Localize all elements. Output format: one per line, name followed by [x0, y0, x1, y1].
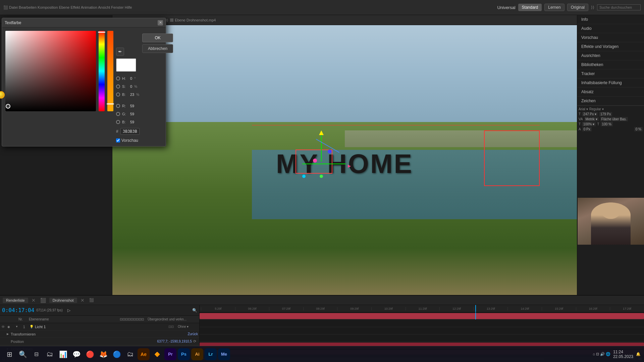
layer-1-transform-expand[interactable]: ▶ — [7, 333, 9, 336]
saturation-row: S: 0 % — [116, 83, 140, 90]
scale-v-value: 100 % — [601, 122, 613, 126]
renderliste-icon: ⬛ — [40, 298, 46, 303]
taskbar-icon2[interactable]: 📊 — [57, 348, 69, 360]
workspace-controls: Universal Standard Lernen Original ⟩⟩ — [497, 4, 641, 11]
eyedropper-button[interactable]: ✒ — [116, 48, 124, 56]
col-switches: ⊡⊡⊡⊡⊡⊡⊡⊡⊡ — [120, 317, 147, 321]
layer-1-eye[interactable]: 👁 — [1, 325, 6, 329]
timeline-timecode[interactable]: 0:04:17:04 — [2, 307, 34, 313]
taskbar-icon5[interactable]: 🗂 — [124, 348, 136, 360]
blue-radio[interactable] — [116, 120, 120, 124]
green-value: 59 — [130, 112, 134, 116]
renderliste-close[interactable]: ✕ — [32, 298, 36, 303]
timeline-controls: 0:04:17:04 07114 (29,97 fps) ▷ 🔍 — [0, 305, 199, 316]
layer-1-expand[interactable]: ▼ — [15, 325, 18, 328]
lernen-btn[interactable]: Lernen — [544, 4, 564, 11]
taskbar-icon3[interactable]: 🔴 — [84, 348, 96, 360]
scale-t: T — [579, 122, 581, 126]
taskbar-mediencoder[interactable]: Me — [218, 348, 230, 360]
ruler-marks: 5:29f 06:29f 07:29f 08:29f 09:29f 10:29f… — [201, 307, 644, 310]
opacity-strip[interactable] — [107, 31, 113, 111]
font-name: Arial ▾ — [579, 107, 588, 111]
taskbar-photoshop[interactable]: Ps — [178, 348, 190, 360]
timeline-play-btn[interactable]: ▷ — [67, 308, 70, 313]
timeline-ruler: 5:29f 06:29f 07:29f 08:29f 09:29f 10:29f… — [200, 305, 644, 312]
hue-radio[interactable] — [116, 76, 120, 80]
ok-button[interactable]: OK — [142, 34, 173, 42]
panel-info[interactable]: Info — [577, 15, 644, 24]
layer-1-position-value[interactable]: 6377,7; -1590,9,1910,5 — [157, 340, 192, 343]
hex-hash: # — [116, 129, 118, 134]
road-visual — [345, 130, 577, 147]
color-gradient-cursor[interactable] — [6, 104, 10, 109]
taskbar-icon4[interactable]: 🔵 — [111, 348, 123, 360]
layer-1-position-label: Position — [11, 340, 24, 344]
ruler-mark-7: 12:29f — [439, 307, 474, 310]
hue-label: H: — [122, 76, 128, 80]
panel-tracker[interactable]: Tracker — [577, 69, 644, 78]
standard-btn[interactable]: Standard — [518, 4, 542, 11]
panel-effects[interactable]: Effekte und Vorlagen — [577, 42, 644, 51]
panel-align[interactable]: Ausrichten — [577, 51, 644, 60]
dialog-buttons: OK Abbrechen — [142, 31, 173, 143]
taskbar-lightroom[interactable]: Lr — [205, 348, 217, 360]
taskbar-whatsapp[interactable]: 💬 — [70, 348, 83, 360]
brightness-unit: % — [136, 93, 139, 97]
layer-1-name[interactable]: Licht 1 — [35, 325, 100, 329]
layer-1-solo[interactable]: ◉ — [7, 325, 10, 328]
color-gradient-picker[interactable] — [5, 31, 96, 111]
cancel-button[interactable]: Abbrechen — [142, 44, 173, 53]
taskbar-illustrator[interactable]: Ai — [191, 348, 203, 360]
taskbar-firefox[interactable]: 🦊 — [97, 348, 109, 360]
hex-value[interactable]: 3B3B3B — [120, 128, 140, 135]
taskbar-taskview[interactable]: ⊟ — [30, 348, 42, 360]
red-radio[interactable] — [116, 104, 120, 108]
taskbar-premiere[interactable]: Pr — [164, 348, 176, 360]
layer-1-parent: Ohne ▾ — [178, 325, 198, 328]
col-name-header: Ebenenname — [29, 317, 119, 321]
taskbar-search[interactable]: 🔍 — [17, 348, 29, 360]
tl-col-headers: Nr. Ebenenname ⊡⊡⊡⊡⊡⊡⊡⊡⊡ Übergeordnet un… — [0, 316, 199, 323]
ruler-mark-3: 08:29f — [303, 307, 337, 310]
layer-1-transform-value[interactable]: Zurück — [187, 332, 198, 336]
video-sky — [112, 25, 577, 122]
brightness-radio[interactable] — [116, 93, 120, 97]
ruler-mark-9: 14:29f — [507, 307, 542, 310]
timeline-header: Renderliste ✕ ⬛ Drohnenshot ✕ ⬛ — [0, 296, 644, 305]
dialog-title: Textfarbe — [5, 20, 158, 25]
panel-preview[interactable]: Vorschau — [577, 33, 644, 42]
hue-strip[interactable] — [99, 31, 105, 111]
panel-paragraph[interactable]: Absatz — [577, 87, 644, 97]
drohnenshot-tab[interactable]: Drohnenshot — [49, 298, 77, 303]
taskbar-icon7[interactable]: 🔶 — [151, 348, 163, 360]
hex-row: # 3B3B3B — [116, 128, 140, 135]
track-row-1c — [200, 327, 644, 335]
layer-1-switches: ⊡⊡ — [168, 325, 174, 328]
layer-row-1[interactable]: 👁 ◉ ▼ 1 💡 Licht 1 ⊡⊡ Ohne ▾ — [0, 323, 199, 330]
transform-handle-vertical — [321, 133, 322, 162]
drohnenshot-icon: ⬛ — [89, 298, 94, 302]
timeline-playhead[interactable] — [475, 305, 476, 312]
search-input[interactable] — [597, 4, 641, 10]
selection-box-right — [484, 130, 540, 186]
preview-checkbox[interactable] — [116, 138, 120, 142]
baseline-label: A — [579, 127, 581, 131]
saturation-radio[interactable] — [116, 84, 120, 88]
brightness-value: 23 — [130, 93, 134, 97]
dialog-titlebar[interactable]: Textfarbe ✕ — [2, 18, 166, 27]
track-bar-1 — [200, 313, 644, 319]
taskbar-icon6[interactable]: Ae — [138, 348, 150, 360]
dialog-close-button[interactable]: ✕ — [158, 20, 163, 25]
drohnenshot-close[interactable]: ✕ — [80, 298, 85, 303]
green-radio[interactable] — [116, 112, 120, 116]
panel-content-fill[interactable]: Inhaltsbasierte Füllung — [577, 78, 644, 87]
panel-libraries[interactable]: Bibliotheken — [577, 60, 644, 69]
taskbar-start[interactable]: ⊞ — [3, 348, 15, 360]
taskbar-explorer[interactable]: 🗂 — [44, 348, 56, 360]
panel-character[interactable]: Zeichen — [577, 97, 644, 106]
renderliste-tab[interactable]: Renderliste — [3, 298, 28, 303]
original-btn[interactable]: Original — [567, 4, 588, 11]
panel-audio[interactable]: Audio — [577, 24, 644, 33]
green-row: G: 59 — [116, 111, 140, 117]
ruler-mark-1: 06:29f — [235, 307, 269, 310]
